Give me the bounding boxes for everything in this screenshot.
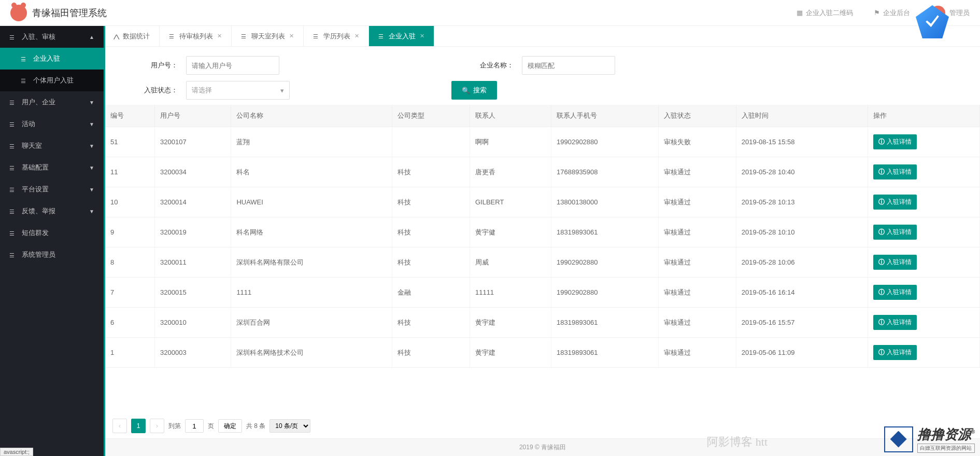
goto-label: 到第	[168, 422, 181, 431]
sidebar-item-company-entry[interactable]: 企业入驻	[0, 48, 104, 70]
sidebar-item-chatroom[interactable]: 聊天室▼	[0, 135, 104, 157]
list-icon	[9, 33, 16, 41]
list-icon	[378, 32, 385, 40]
sidebar-item-sysadmin[interactable]: 系统管理员	[0, 244, 104, 266]
detail-button[interactable]: 入驻详情	[873, 134, 917, 149]
search-form: 用户号： 企业名称： 入驻状态： 请选择 ▾	[105, 47, 980, 105]
page-input[interactable]	[185, 419, 204, 433]
page-total: 共 8 条	[246, 422, 265, 431]
page-size-select[interactable]: 10 条/页	[269, 419, 310, 433]
cell-user: 3200019	[155, 217, 231, 247]
detail-button[interactable]: 入驻详情	[873, 255, 917, 270]
cell-company: 深圳科名网络技术公司	[231, 338, 392, 368]
qrcode-icon: ▦	[797, 9, 803, 17]
sidebar-item-platform[interactable]: 平台设置▼	[0, 178, 104, 200]
cell-user: 3200010	[155, 308, 231, 338]
detail-button[interactable]: 入驻详情	[873, 225, 917, 240]
chevron-down-icon: ▼	[89, 143, 94, 149]
header-qrcode-link[interactable]: ▦ 企业入驻二维码	[797, 8, 853, 18]
sidebar-item-users[interactable]: 用户、企业▼	[0, 91, 104, 113]
pulse-icon	[115, 32, 119, 40]
close-icon[interactable]: ✕	[217, 33, 222, 39]
sidebar-item-audit[interactable]: 入驻、审核 ▲	[0, 26, 104, 48]
sidebar-item-feedback[interactable]: 反馈、举报▼	[0, 200, 104, 222]
tab-pending[interactable]: 待审核列表✕	[160, 26, 232, 46]
cell-type: 科技	[392, 308, 470, 338]
detail-button[interactable]: 入驻详情	[873, 164, 917, 179]
status-select[interactable]: 请选择 ▾	[186, 81, 290, 100]
list-icon	[9, 120, 16, 128]
chevron-down-icon: ▼	[89, 100, 94, 105]
detail-button[interactable]: 入驻详情	[873, 195, 917, 210]
list-icon	[21, 55, 27, 63]
close-icon[interactable]: ✕	[420, 33, 424, 39]
cell-id: 8	[105, 247, 155, 278]
cell-type: 科技	[392, 187, 470, 217]
page-prev[interactable]: ‹	[112, 419, 127, 433]
cell-company: HUAWEI	[231, 187, 392, 217]
cell-status: 审核通过	[658, 278, 736, 308]
chevron-down-icon: ▼	[89, 209, 94, 214]
cell-time: 2019-08-15 15:58	[736, 127, 868, 157]
user-label: 用户号：	[116, 61, 178, 70]
cell-status: 审核通过	[658, 338, 736, 368]
cell-status: 审核通过	[658, 217, 736, 247]
cell-time: 2019-05-28 10:10	[736, 217, 868, 247]
list-icon	[313, 32, 319, 40]
close-icon[interactable]: ✕	[354, 33, 359, 39]
page-1[interactable]: 1	[131, 419, 146, 433]
chevron-up-icon: ▲	[89, 34, 94, 40]
chevron-down-icon: ▼	[89, 165, 94, 171]
chevron-down-icon: ▼	[89, 121, 94, 127]
cell-user: 3200107	[155, 127, 231, 157]
cell-phone: 19902902880	[551, 278, 659, 308]
cell-type: 科技	[392, 247, 470, 278]
cell-type: 科技	[392, 157, 470, 187]
footer: 2019 © 青缘福田	[105, 438, 980, 456]
cell-id: 7	[105, 278, 155, 308]
user-input[interactable]	[186, 56, 279, 75]
tab-stats[interactable]: 数据统计	[105, 26, 160, 46]
cell-id: 6	[105, 308, 155, 338]
detail-button[interactable]: 入驻详情	[873, 285, 917, 300]
header-backend-link[interactable]: ⚑ 企业后台	[874, 8, 910, 18]
detail-button[interactable]: 入驻详情	[873, 315, 917, 330]
company-input[interactable]	[522, 56, 615, 75]
col-company: 公司名称	[231, 105, 392, 127]
col-status: 入驻状态	[658, 105, 736, 127]
logo-icon	[10, 5, 27, 21]
tab-company-entry[interactable]: 企业入驻✕	[369, 26, 434, 46]
table-row: 83200011深圳科名网络有限公司科技周威19902902880审核通过201…	[105, 247, 980, 278]
sidebar-item-sms[interactable]: 短信群发	[0, 222, 104, 244]
header-user[interactable]: 管理员	[931, 6, 970, 20]
sidebar-item-activity[interactable]: 活动▼	[0, 113, 104, 135]
cell-time: 2019-05-28 10:40	[736, 157, 868, 187]
cell-action: 入驻详情	[868, 247, 980, 278]
sidebar-item-basic-config[interactable]: 基础配置▼	[0, 157, 104, 178]
col-action: 操作	[868, 105, 980, 127]
list-icon	[241, 32, 247, 40]
page-confirm-button[interactable]: 确定	[218, 419, 242, 433]
tab-chatroom[interactable]: 聊天室列表✕	[232, 26, 304, 46]
cell-status: 审核通过	[658, 157, 736, 187]
list-icon	[9, 99, 16, 106]
cell-action: 入驻详情	[868, 308, 980, 338]
cell-contact: GILBERT	[470, 187, 551, 217]
table-row: 732000151111金融1111119902902880审核通过2019-0…	[105, 278, 980, 308]
cell-phone: 18319893061	[551, 217, 659, 247]
table-row: 513200107蓝翔啊啊19902902880审核失败2019-08-15 1…	[105, 127, 980, 157]
tabs: 数据统计 待审核列表✕ 聊天室列表✕ 学历列表✕ 企业入驻✕	[105, 26, 980, 47]
tab-education[interactable]: 学历列表✕	[304, 26, 369, 46]
close-icon[interactable]: ✕	[289, 33, 294, 39]
search-button[interactable]: 🔍 搜索	[451, 81, 497, 100]
col-id: 编号	[105, 105, 155, 127]
detail-button[interactable]: 入驻详情	[873, 345, 917, 360]
sidebar-item-personal-entry[interactable]: 个体用户入驻	[0, 70, 104, 91]
table-row: 13200003深圳科名网络技术公司科技黄宇建18319893061审核通过20…	[105, 338, 980, 368]
list-icon	[21, 77, 27, 85]
table-header-row: 编号 用户号 公司名称 公司类型 联系人 联系人手机号 入驻状态 入驻时间 操作	[105, 105, 980, 127]
cell-id: 10	[105, 187, 155, 217]
list-icon	[9, 251, 16, 259]
table-row: 93200019科名网络科技黄宇健18319893061审核通过2019-05-…	[105, 217, 980, 247]
page-next[interactable]: ›	[150, 419, 164, 433]
